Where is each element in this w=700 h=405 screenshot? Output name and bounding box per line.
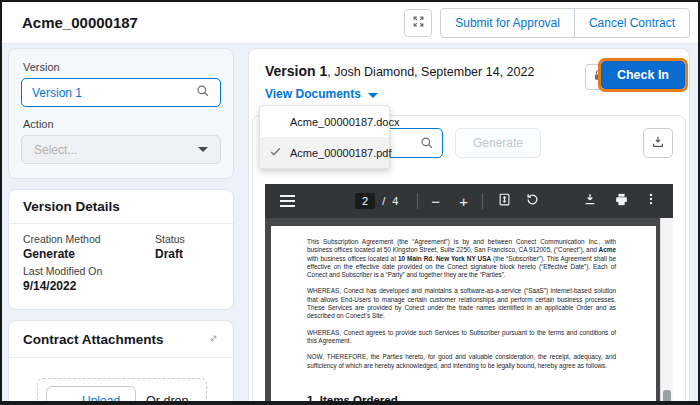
- last-modified-value: 9/14/2022: [23, 279, 155, 293]
- version-field-label: Version: [23, 61, 221, 73]
- page-number-input[interactable]: 2: [355, 193, 375, 209]
- cancel-contract-button[interactable]: Cancel Contract: [574, 8, 690, 38]
- pdf-toolbar: 2 / 4 − +: [265, 184, 673, 218]
- rotate-icon[interactable]: [525, 192, 540, 211]
- search-icon: [196, 84, 210, 102]
- version-details-header: Version Details: [9, 199, 233, 224]
- generate-button[interactable]: Generate: [455, 128, 541, 158]
- app-window: Acme_00000187 Submit for Approval Cancel…: [0, 0, 700, 405]
- version-heading-title: Version 1: [265, 63, 327, 79]
- action-select-value: Select...: [34, 143, 77, 157]
- check-in-button[interactable]: Check In: [601, 61, 685, 89]
- toolbar-divider: [417, 193, 418, 209]
- version-details-fields: Creation Method Status Generate Draft La…: [23, 233, 219, 297]
- version-details-title: Version Details: [23, 199, 120, 214]
- view-documents-menu-button[interactable]: View Documents: [265, 87, 378, 101]
- status-label: Status: [155, 233, 219, 245]
- fit-page-icon[interactable]: [497, 192, 512, 211]
- upload-files-label: Upload Files: [78, 394, 124, 405]
- version-combobox[interactable]: Version 1: [21, 78, 221, 107]
- pdf-section-heading: 1. Items Ordered: [307, 394, 616, 405]
- drop-files-text: Or drop files: [146, 394, 198, 405]
- page-header: Acme_00000187 Submit for Approval Cancel…: [2, 2, 698, 44]
- version-heading: Version 1, Josh Diamond, September 14, 2…: [265, 63, 534, 79]
- pdf-paragraph: NOW, THEREFORE, the Parties hereto, for …: [307, 353, 616, 370]
- search-icon: [420, 136, 434, 154]
- download-document-button[interactable]: [643, 128, 673, 158]
- action-select[interactable]: Select...: [21, 135, 221, 164]
- pdf-paragraph: This Subscription Agreement (the “Agreem…: [307, 238, 616, 279]
- last-modified-label: Last Modified On: [23, 265, 155, 277]
- pdf-scrollbar-thumb[interactable]: [663, 390, 671, 405]
- chevron-down-icon: [198, 147, 208, 152]
- dropdown-item-docx[interactable]: Acme_00000187.docx: [260, 106, 389, 137]
- status-value: Draft: [155, 247, 219, 261]
- file-dropzone[interactable]: Upload Files Or drop files: [37, 378, 207, 405]
- expand-diagonal-icon[interactable]: [208, 330, 219, 348]
- pdf-body: This Subscription Agreement (the “Agreem…: [265, 218, 673, 405]
- pdf-page: This Subscription Agreement (the “Agreem…: [271, 226, 656, 405]
- zoom-out-icon[interactable]: −: [431, 194, 440, 209]
- action-field-label: Action: [23, 118, 221, 130]
- version-heading-meta: , Josh Diamond, September 14, 2022: [327, 65, 534, 79]
- view-documents-dropdown: Acme_00000187.docx Acme_00000187.pdf: [259, 105, 390, 169]
- creation-method-value: Generate: [23, 247, 155, 261]
- header-button-group: Submit for Approval Cancel Contract: [440, 8, 690, 38]
- checkin-highlight-ring: Check In: [598, 58, 688, 92]
- version-filter-card: Version Version 1 Action Select...: [8, 48, 234, 179]
- contract-attachments-title: Contract Attachments: [23, 332, 164, 347]
- pdf-paragraph: WHEREAS, Conect has developed and mainta…: [307, 287, 616, 320]
- caret-down-icon: [368, 93, 378, 98]
- submit-for-approval-button[interactable]: Submit for Approval: [440, 8, 575, 38]
- upload-files-button[interactable]: Upload Files: [46, 386, 136, 405]
- check-icon: [269, 145, 282, 160]
- version-panel: Version 1, Josh Diamond, September 14, 2…: [248, 48, 690, 405]
- expand-icon: [412, 15, 425, 31]
- toolbar-divider: [482, 193, 483, 209]
- pdf-paragraph: WHEREAS, Conect agrees to provide such S…: [307, 329, 616, 346]
- download-icon[interactable]: [583, 192, 597, 210]
- version-details-card: Version Details Creation Method Status G…: [8, 189, 234, 310]
- contract-attachments-card: Contract Attachments Upload Files: [8, 320, 234, 405]
- view-documents-label: View Documents: [265, 87, 361, 101]
- zoom-in-icon[interactable]: +: [459, 194, 468, 209]
- download-icon: [651, 135, 665, 152]
- header-actions: Submit for Approval Cancel Contract: [404, 8, 690, 38]
- version-combobox-value: Version 1: [32, 86, 82, 100]
- more-options-icon[interactable]: [644, 192, 658, 210]
- upload-icon: [58, 400, 71, 405]
- menu-icon[interactable]: [280, 195, 295, 207]
- pdf-scrollbar[interactable]: [660, 218, 673, 405]
- page-title: Acme_00000187: [22, 14, 138, 31]
- dropdown-item-pdf[interactable]: Acme_00000187.pdf: [260, 137, 389, 168]
- expand-button[interactable]: [404, 9, 432, 37]
- contract-attachments-header: Contract Attachments: [9, 330, 233, 358]
- print-icon[interactable]: [614, 192, 629, 211]
- creation-method-label: Creation Method: [23, 233, 155, 245]
- sidebar: Version Version 1 Action Select... Versi…: [8, 48, 234, 405]
- dropdown-item-label: Acme_00000187.docx: [290, 116, 399, 128]
- page-total-label: / 4: [382, 195, 400, 207]
- dropdown-item-label: Acme_00000187.pdf: [290, 147, 392, 159]
- pdf-viewer: 2 / 4 − +: [265, 184, 673, 405]
